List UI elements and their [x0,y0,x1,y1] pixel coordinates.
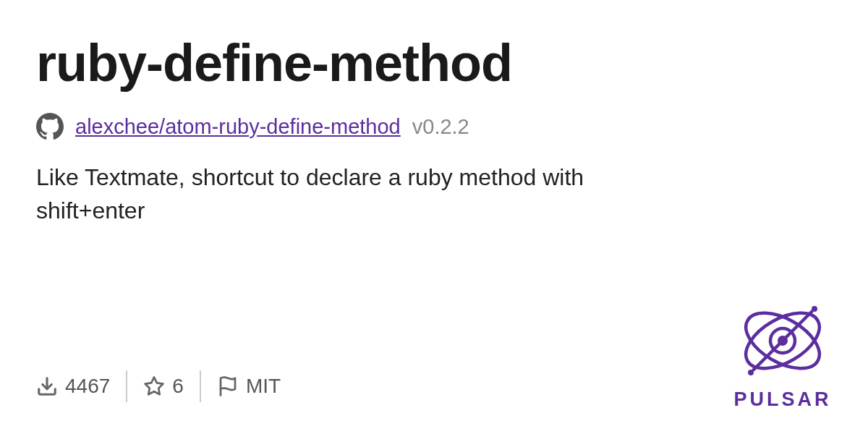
svg-marker-1 [145,378,163,395]
star-icon [143,375,165,397]
downloads-stat: 4467 [36,375,126,398]
version-label: v0.2.2 [412,115,469,139]
repo-row: alexchee/atom-ruby-define-method v0.2.2 [36,113,832,140]
stats-row: 4467 6 MIT [36,370,297,402]
license-stat: MIT [201,375,297,398]
svg-point-8 [748,370,754,375]
package-title: ruby-define-method [36,33,832,93]
svg-point-9 [812,306,817,312]
package-description: Like Textmate, shortcut to declare a rub… [36,161,600,228]
stars-stat: 6 [127,375,200,398]
download-icon [36,375,58,397]
svg-line-7 [754,312,812,370]
license-label: MIT [246,375,281,398]
repo-link[interactable]: alexchee/atom-ruby-define-method [75,115,401,139]
brand-name: PULSAR [733,388,831,411]
downloads-count: 4467 [65,375,110,398]
stars-count: 6 [172,375,184,398]
pulsar-icon [732,297,833,384]
flag-icon [217,375,239,397]
github-icon [36,113,64,140]
brand-logo: PULSAR [732,297,833,411]
